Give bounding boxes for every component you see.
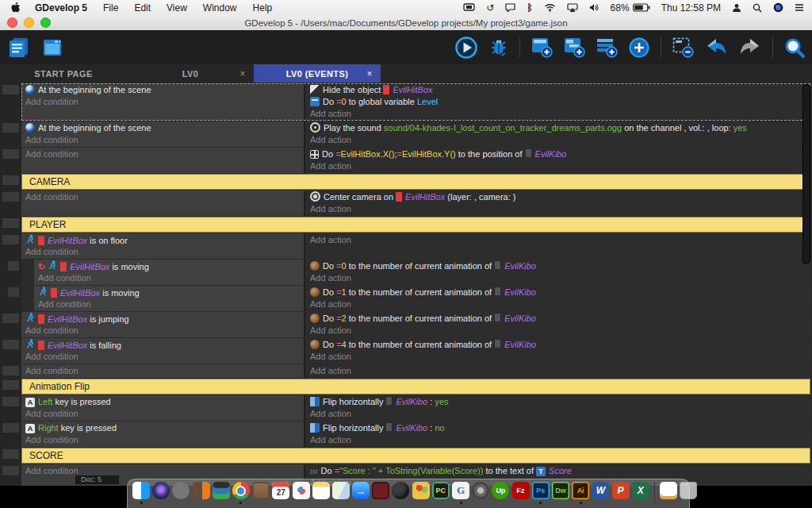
dock-item-excel[interactable]: X [632,482,649,499]
conditions-column[interactable]: EvilHitBox is movingAdd condition [34,286,305,311]
event-handle[interactable] [8,287,19,297]
battery-indicator[interactable]: 68% [611,2,650,13]
status-wifi-icon[interactable] [544,3,556,12]
comment-event[interactable]: SCORE [21,448,810,464]
action-line[interactable]: Do =1 to the number of current animation… [310,287,810,298]
event-handle[interactable] [2,149,19,159]
action-line[interactable]: Flip horizontally EvilKibo : no [310,422,810,434]
add-action-link[interactable]: Add action [310,325,810,337]
add-action-link[interactable]: Add action [310,272,810,284]
dock-item-gdevelop[interactable]: G [452,482,469,499]
tab-lv0-events-[interactable]: LV0 (EVENTS) × [254,64,381,83]
event-handle[interactable] [8,261,19,271]
add-event-button[interactable] [530,37,553,58]
conditions-column[interactable]: EvilHitBox is fallingAdd condition [21,338,305,364]
add-condition-link[interactable]: Add condition [25,325,304,337]
add-circle-button[interactable] [628,37,650,59]
status-user-icon[interactable] [732,3,741,13]
add-condition-link[interactable]: Add condition [38,272,304,284]
actions-column[interactable]: Add action [305,233,810,259]
conditions-column[interactable]: At the beginning of the sceneAdd conditi… [21,121,305,147]
dock-item-pycharm[interactable]: PC [432,482,450,499]
dock-item-powerpoint[interactable]: P [612,482,630,499]
dock-item-contacts[interactable] [252,482,270,499]
actions-column[interactable]: Do =4 to the number of current animation… [305,338,810,364]
status-notification-center-icon[interactable] [795,3,804,12]
add-condition-link[interactable]: Add condition [25,96,304,108]
add-action-link[interactable]: Add action [310,351,810,363]
status-spotlight-icon[interactable] [753,3,762,13]
add-comment-button[interactable] [596,37,618,58]
event-handle[interactable] [2,340,19,349]
condition-line[interactable]: ↻EvilHitBox is moving [38,260,304,272]
action-line[interactable]: txtDo ="Score : " + ToString(Variable(Sc… [310,465,810,477]
comment-event[interactable]: Animation Flip [21,379,810,394]
comment-event[interactable]: PLAYER [21,217,810,233]
vertical-scrollbar-thumb[interactable] [802,84,810,264]
event-handle[interactable] [2,397,19,406]
dock-item-photos-dark[interactable] [372,482,389,499]
status-display-icon[interactable] [463,3,475,12]
tab-start-page[interactable]: START PAGE [0,64,127,83]
dock-item-illustrator[interactable]: Ai [572,482,589,499]
dock-item-word[interactable]: W [592,482,609,499]
dock-item-calendar[interactable]: 27 [272,482,289,499]
actions-column[interactable]: Add action [305,364,810,378]
actions-column[interactable]: Flip horizontally EvilKibo : noAdd actio… [305,421,810,447]
status-volume-icon[interactable] [589,3,599,12]
dock-item-wheel-app[interactable] [472,482,489,499]
add-action-link[interactable]: Add action [310,434,810,446]
dock-item-notes[interactable] [312,482,330,499]
actions-column[interactable]: Flip horizontally EvilKibo : yesAdd acti… [305,395,810,421]
apple-menu-icon[interactable] [11,2,21,13]
menu-clock[interactable]: Thu 12:58 PM [661,2,721,13]
event-handle[interactable] [2,85,19,94]
event-handle[interactable] [2,314,19,323]
conditions-column[interactable]: Add condition [21,148,305,173]
actions-column[interactable]: Center camera on EvilHitBox (layer: , ca… [305,190,810,216]
actions-column[interactable]: Play the sound sound/04-khades-I_lost_co… [305,121,810,147]
add-condition-link[interactable]: Add condition [25,191,304,203]
window-title-bar[interactable]: GDevelop 5 - /Users/mac/Documents/GDevel… [0,15,812,31]
add-action-link[interactable]: Add action [310,203,810,215]
dock-item-calculator[interactable] [193,482,210,499]
dock-item-finder[interactable] [132,482,150,499]
event-handle[interactable] [2,192,19,202]
condition-line[interactable]: ALeft key is pressed [25,396,304,408]
menu-app-name[interactable]: GDevelop 5 [35,2,87,13]
add-condition-link[interactable]: Add condition [25,148,304,160]
debug-button[interactable] [488,37,509,58]
condition-line[interactable]: ARight key is pressed [25,422,304,434]
dock-item-filezilla[interactable]: Fz [512,482,530,499]
menu-item-view[interactable]: View [167,2,187,13]
condition-line[interactable]: At the beginning of the scene [25,84,304,96]
dock-item-trash[interactable] [680,482,697,499]
conditions-column[interactable]: ARight key is pressedAdd condition [21,421,305,447]
action-line[interactable]: Do =0 to the number of current animation… [310,260,810,272]
actions-column[interactable]: Do =2 to the number of current animation… [305,312,810,337]
actions-column[interactable]: Hide the object EvilHitBoxDo =0 to globa… [305,83,810,121]
condition-line[interactable]: EvilHitBox is moving [38,287,304,298]
undo-button[interactable] [704,37,728,58]
conditions-column[interactable]: EvilHitBox is jumpingAdd condition [21,312,305,337]
add-action-link[interactable]: Add action [310,365,810,377]
add-condition-link[interactable]: Add condition [25,365,304,377]
event-handle[interactable] [2,175,19,185]
add-action-link[interactable]: Add action [310,160,810,172]
dock-item-document[interactable] [660,482,677,499]
action-line[interactable]: Flip horizontally EvilKibo : yes [310,396,810,408]
dock-item-messages[interactable]: ... [352,482,370,499]
add-condition-link[interactable]: Add condition [25,246,304,258]
redo-button[interactable] [738,37,762,58]
action-line[interactable]: Center camera on EvilHitBox (layer: , ca… [310,191,810,203]
dock-item-photoshop[interactable]: Ps [532,482,550,499]
tab-close-icon[interactable]: × [240,68,246,79]
dock-item-launchpad[interactable] [172,482,190,499]
status-airplay-icon[interactable] [567,3,578,12]
condition-line[interactable]: EvilHitBox is falling [25,339,304,351]
conditions-column[interactable]: EvilHitBox is on floorAdd condition [21,233,305,259]
tab-close-icon[interactable]: × [367,68,373,79]
add-subevent-button[interactable] [563,37,585,58]
add-condition-link[interactable]: Add condition [25,351,304,363]
dock-item-bomb-game[interactable] [392,482,409,499]
